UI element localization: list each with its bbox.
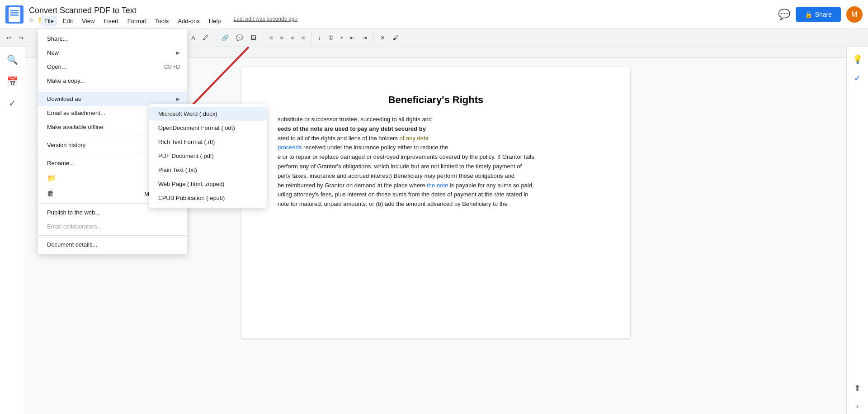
menu-tools[interactable]: Tools: [151, 16, 172, 26]
html-label: Web Page (.html, zipped): [158, 181, 224, 187]
download-as-label: Download as: [47, 95, 81, 102]
paint-format-button[interactable]: 🖌: [390, 33, 401, 43]
menu-format[interactable]: Format: [124, 16, 150, 26]
menu-item-email-collaborators[interactable]: Email collaborators...: [38, 219, 187, 233]
rename-label: Rename...: [47, 160, 74, 167]
trash-icon-left: 🗑: [47, 190, 54, 198]
align-center-button[interactable]: ≡: [277, 33, 286, 43]
folder-icon-left: 📁: [47, 174, 56, 182]
avatar[interactable]: M: [846, 6, 863, 23]
align-left-button[interactable]: ≡: [267, 33, 276, 43]
menu-item-make-copy[interactable]: Make a copy...: [38, 74, 187, 88]
bullet-list-button[interactable]: •: [338, 33, 346, 43]
doc-heading: Beneficiary's Rights: [278, 94, 594, 106]
make-offline-label: Make available offline: [47, 124, 104, 130]
email-attachment-label: Email as attachment...: [47, 109, 105, 116]
download-odt[interactable]: OpenDocument Format (.odt): [149, 121, 267, 135]
epub-label: EPUB Publication (.epub): [158, 195, 225, 201]
menu-insert[interactable]: Insert: [100, 16, 122, 26]
menu-item-share[interactable]: Share...: [38, 32, 187, 46]
toolbar-divider-1: [30, 33, 30, 43]
checkmark-icon[interactable]: ✓: [850, 70, 864, 87]
chat-icon[interactable]: 💬: [778, 9, 790, 20]
txt-label: Plain Text (.txt): [158, 167, 197, 173]
menu-item-doc-details[interactable]: Document details...: [38, 238, 187, 252]
menu-edit[interactable]: Edit: [59, 16, 76, 26]
publish-web-label: Publish to the web...: [47, 209, 100, 216]
docx-label: Microsoft Word (.docx): [158, 110, 217, 117]
download-rtf[interactable]: Rich Text Format (.rtf): [149, 135, 267, 149]
menu-item-new[interactable]: New: [38, 46, 187, 60]
right-strip: 💡 ✓ ⬆ ›: [846, 47, 868, 414]
email-collaborators-label: Email collaborators...: [47, 223, 102, 230]
left-strip: 🔍 📅 ✓: [0, 47, 25, 414]
new-label: New: [47, 49, 59, 56]
top-right: 💬 🔒 Share M: [778, 6, 863, 23]
star-icon[interactable]: ☆: [29, 16, 34, 23]
doc-details-label: Document details...: [47, 241, 97, 248]
expand-icon[interactable]: ⬆: [850, 380, 864, 397]
redo-button[interactable]: ↪: [16, 33, 26, 43]
clear-format-button[interactable]: ✕: [377, 33, 388, 43]
undo-button[interactable]: ↩: [4, 33, 14, 43]
toolbar-divider-7: [311, 33, 311, 43]
link-button[interactable]: 🔗: [219, 33, 231, 43]
download-docx[interactable]: Microsoft Word (.docx): [149, 107, 267, 121]
menu-addons[interactable]: Add-ons: [174, 16, 203, 26]
menu-help[interactable]: Help: [205, 16, 225, 26]
download-pdf[interactable]: PDF Document (.pdf): [149, 149, 267, 163]
doc-page: Beneficiary's Rights substitute or succe…: [241, 67, 630, 338]
highlight-button[interactable]: 🖊: [200, 33, 211, 43]
app-icon: [5, 5, 24, 24]
download-txt[interactable]: Plain Text (.txt): [149, 163, 267, 177]
explore-icon[interactable]: 🔍: [3, 51, 22, 69]
download-html[interactable]: Web Page (.html, zipped): [149, 177, 267, 191]
decrease-indent-button[interactable]: ⇤: [347, 33, 358, 43]
make-copy-label: Make a copy...: [47, 77, 85, 84]
insert-image-button[interactable]: 🖼: [248, 33, 259, 43]
separator-5: [38, 235, 187, 236]
separator-1: [38, 90, 187, 90]
open-shortcut: Ctrl+O: [164, 64, 180, 70]
lightbulb-icon[interactable]: 💡: [849, 51, 866, 68]
rtf-label: Rich Text Format (.rtf): [158, 138, 215, 145]
share-label: Share...: [47, 35, 68, 42]
last-edit: Last edit was seconds ago: [234, 16, 297, 26]
version-history-label: Version history: [47, 142, 85, 148]
numbered-list-button[interactable]: ①: [326, 33, 336, 43]
text-color-button[interactable]: A: [189, 33, 198, 43]
share-button[interactable]: 🔒 Share: [796, 7, 841, 22]
chevron-right-icon[interactable]: ›: [853, 399, 862, 414]
top-bar: Convert Scanned PDF to Text ☆ 📁 File Edi…: [0, 0, 868, 29]
align-right-button[interactable]: ≡: [288, 33, 297, 43]
doc-text: substitute or successor trustee, succeed…: [278, 115, 594, 209]
increase-indent-button[interactable]: ⇥: [359, 33, 370, 43]
odt-label: OpenDocument Format (.odt): [158, 124, 235, 131]
toolbar-divider-6: [263, 33, 263, 43]
line-spacing-button[interactable]: ↕: [315, 33, 324, 43]
download-submenu: Microsoft Word (.docx) OpenDocument Form…: [149, 104, 267, 208]
menu-file[interactable]: File: [41, 16, 57, 26]
insert-comment-button[interactable]: 💬: [233, 33, 246, 43]
calendar-icon[interactable]: 📅: [3, 72, 22, 90]
lock-icon: 🔒: [805, 11, 812, 18]
pdf-label: PDF Document (.pdf): [158, 152, 214, 159]
justify-button[interactable]: ≡: [299, 33, 308, 43]
menu-item-open[interactable]: Open... Ctrl+O: [38, 60, 187, 74]
open-label: Open...: [47, 63, 66, 70]
toolbar-divider-5: [215, 33, 215, 43]
tasks-icon[interactable]: ✓: [5, 94, 20, 112]
menu-view[interactable]: View: [78, 16, 98, 26]
toolbar-divider-8: [373, 33, 374, 43]
download-epub[interactable]: EPUB Publication (.epub): [149, 191, 267, 205]
